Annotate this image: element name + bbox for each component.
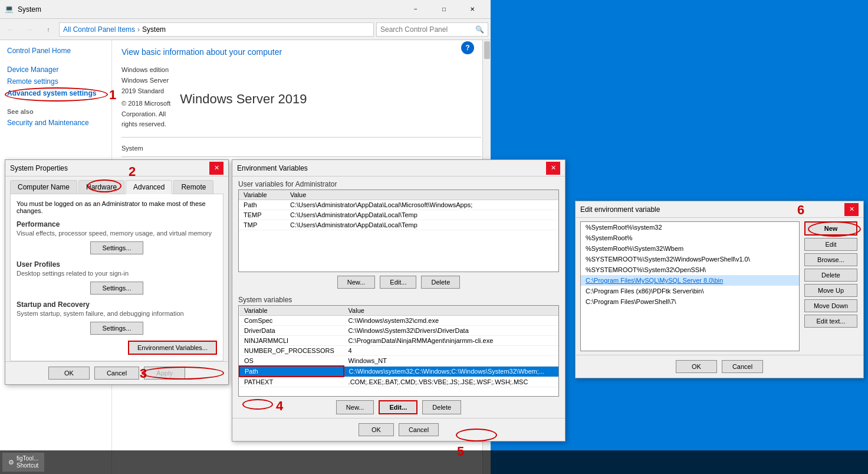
tab-hardware[interactable]: Hardware bbox=[78, 180, 124, 194]
user-var-value: C:\Users\Administrator\AppData\Local\Mic… bbox=[285, 200, 558, 210]
address-bar: ← → ↑ All Control Panel Items › System 🔍 bbox=[0, 19, 491, 40]
system-properties-dialog: System Properties ✕ Computer Name Hardwa… bbox=[5, 159, 229, 385]
maximize-button[interactable]: □ bbox=[430, 0, 458, 19]
system-props-cancel-button[interactable]: Cancel bbox=[94, 367, 139, 380]
tab-advanced[interactable]: Advanced bbox=[126, 180, 172, 194]
up-button[interactable]: ↑ bbox=[40, 21, 57, 38]
tab-computer-name[interactable]: Computer Name bbox=[10, 180, 77, 194]
user-profiles-settings-button[interactable]: Settings... bbox=[90, 282, 144, 295]
list-item[interactable]: C:\Program Files\PowerShell\7\ bbox=[581, 296, 799, 307]
edit-env-body: %SystemRoot%\system32 %SystemRoot% %Syst… bbox=[576, 218, 863, 355]
search-input[interactable] bbox=[380, 25, 475, 34]
sidebar-home-link[interactable]: Control Panel Home bbox=[0, 45, 111, 57]
list-item[interactable]: %SystemRoot%\System32\Wbem bbox=[581, 243, 799, 254]
system-props-apply-button[interactable]: Apply bbox=[144, 367, 185, 380]
taskbar-app-label: figTool...Shortcut bbox=[17, 455, 38, 469]
env-vars-close-button[interactable]: ✕ bbox=[546, 162, 560, 175]
user-var-name: TEMP bbox=[239, 210, 285, 220]
user-var-value: C:\Users\Administrator\AppData\Local\Tem… bbox=[285, 210, 558, 220]
user-col-val: Value bbox=[285, 190, 558, 200]
window-title: System bbox=[18, 5, 402, 14]
env-vars-title: Environment Variables bbox=[237, 164, 546, 172]
edition-details: Windows Server2019 Standard © 2018 Micro… bbox=[121, 76, 170, 130]
breadcrumb: All Control Panel Items › System bbox=[59, 22, 374, 37]
list-item[interactable]: C:\Program Files (x86)\PDFtk Server\bin\ bbox=[581, 286, 799, 296]
table-row[interactable]: NINJARMMCLI C:\ProgramData\NinjaRMMAgent… bbox=[239, 336, 558, 346]
edit-env-new-button[interactable]: New bbox=[804, 221, 857, 236]
system-props-close-button[interactable]: ✕ bbox=[209, 162, 223, 175]
sys-var-name: DriverData bbox=[239, 326, 344, 336]
edit-env-edit-button[interactable]: Edit bbox=[804, 238, 857, 251]
back-button[interactable]: ← bbox=[2, 21, 19, 38]
env-vars-ok-button[interactable]: OK bbox=[359, 423, 394, 436]
table-row[interactable]: DriverData C:\Windows\System32\Drivers\D… bbox=[239, 326, 558, 336]
system-props-ok-button[interactable]: OK bbox=[48, 367, 90, 380]
sys-var-name: OS bbox=[239, 356, 344, 367]
sidebar-advanced-settings-link[interactable]: Advanced system settings bbox=[0, 87, 111, 99]
table-row[interactable]: Path C:\Users\Administrator\AppData\Loca… bbox=[239, 200, 558, 210]
sys-edit-button[interactable]: Edit... bbox=[379, 400, 417, 414]
sys-vars-buttons: New... Edit... Delete bbox=[232, 397, 565, 418]
sidebar-remote-settings-link[interactable]: Remote settings bbox=[0, 76, 111, 87]
list-item[interactable]: %SystemRoot%\system32 bbox=[581, 222, 799, 233]
system-heading: System bbox=[121, 145, 481, 152]
advanced-tab-content: You must be logged on as an Administrato… bbox=[10, 194, 223, 361]
scrollbar-thumb[interactable] bbox=[484, 41, 490, 59]
minimize-button[interactable]: − bbox=[402, 0, 429, 19]
edit-env-title: Edit environment variable bbox=[580, 205, 844, 214]
edit-env-browse-button[interactable]: Browse... bbox=[804, 253, 857, 266]
table-row[interactable]: TEMP C:\Users\Administrator\AppData\Loca… bbox=[239, 210, 558, 220]
edit-env-move-down-button[interactable]: Move Down bbox=[804, 299, 857, 312]
user-vars-table: Variable Value Path C:\Users\Administrat… bbox=[239, 190, 558, 230]
user-delete-button[interactable]: Delete bbox=[421, 276, 460, 289]
forward-button[interactable]: → bbox=[21, 21, 38, 38]
sys-var-name: NINJARMMCLI bbox=[239, 336, 344, 346]
list-item-selected[interactable]: C:\Program Files\MySQL\MySQL Server 8.0\… bbox=[581, 275, 799, 286]
sys-new-button[interactable]: New... bbox=[336, 400, 374, 414]
user-col-var: Variable bbox=[239, 190, 285, 200]
user-var-value: C:\Users\Administrator\AppData\Local\Tem… bbox=[285, 220, 558, 230]
sys-delete-button[interactable]: Delete bbox=[422, 400, 461, 414]
close-button[interactable]: ✕ bbox=[459, 0, 486, 19]
tab-remote[interactable]: Remote bbox=[173, 180, 213, 194]
table-row[interactable]: ComSpec C:\Windows\system32\cmd.exe bbox=[239, 316, 558, 326]
edit-env-edit-text-button[interactable]: Edit text... bbox=[804, 315, 857, 328]
edit-env-close-button[interactable]: ✕ bbox=[844, 203, 859, 216]
startup-title: Startup and Recovery bbox=[17, 300, 217, 309]
sys-col-val: Value bbox=[344, 306, 558, 316]
help-button[interactable]: ? bbox=[461, 41, 474, 54]
taskbar-app-button[interactable]: ⚙ figTool...Shortcut bbox=[2, 453, 44, 472]
edit-env-ok-button[interactable]: OK bbox=[676, 360, 717, 373]
startup-settings-button[interactable]: Settings... bbox=[90, 322, 144, 335]
table-row[interactable]: PATHEXT .COM;.EXE;.BAT;.CMD;.VBS:VBE;.JS… bbox=[239, 377, 558, 387]
breadcrumb-home[interactable]: All Control Panel Items bbox=[63, 25, 135, 34]
table-row[interactable]: NUMBER_OF_PROCESSORS 4 bbox=[239, 346, 558, 356]
user-profiles-title: User Profiles bbox=[17, 260, 217, 269]
sys-var-value: Windows_NT bbox=[344, 356, 558, 367]
user-new-button[interactable]: New... bbox=[337, 276, 376, 289]
list-item[interactable]: %SYSTEMROOT%\System32\WindowsPowerShell\… bbox=[581, 254, 799, 264]
user-vars-heading: User variables for Administrator bbox=[232, 176, 565, 189]
edit-env-cancel-button[interactable]: Cancel bbox=[722, 360, 763, 373]
table-row[interactable]: Path C:\Windows\system32;C:\Windows;C:\W… bbox=[239, 366, 558, 377]
edit-env-move-up-button[interactable]: Move Up bbox=[804, 284, 857, 297]
page-title: View basic information about your comput… bbox=[121, 47, 481, 57]
sidebar-section-tasks: Device Manager Remote settings Advanced … bbox=[0, 64, 111, 99]
edition-heading: Windows edition bbox=[121, 66, 170, 73]
env-vars-cancel-button[interactable]: Cancel bbox=[399, 423, 439, 436]
sys-var-value: C:\Windows\system32;C:\Windows;C:\Window… bbox=[344, 366, 558, 377]
performance-settings-button[interactable]: Settings... bbox=[90, 241, 144, 254]
environment-variables-button[interactable]: Environment Variables... bbox=[128, 341, 217, 355]
list-item[interactable]: %SYSTEMROOT%\System32\OpenSSH\ bbox=[581, 264, 799, 275]
sidebar-device-manager-link[interactable]: Device Manager bbox=[0, 64, 111, 76]
breadcrumb-separator: › bbox=[137, 25, 140, 34]
table-row[interactable]: TMP C:\Users\Administrator\AppData\Local… bbox=[239, 220, 558, 230]
edit-env-footer: OK Cancel bbox=[576, 355, 863, 378]
sidebar-security-link[interactable]: Security and Maintenance bbox=[0, 117, 111, 129]
list-item[interactable]: %SystemRoot% bbox=[581, 233, 799, 243]
tab-bar: Computer Name Hardware Advanced Remote bbox=[5, 176, 228, 194]
table-row[interactable]: OS Windows_NT bbox=[239, 356, 558, 367]
user-edit-button[interactable]: Edit... bbox=[380, 276, 416, 289]
system-props-footer: OK Cancel Apply bbox=[5, 361, 228, 384]
edit-env-delete-button[interactable]: Delete bbox=[804, 269, 857, 282]
